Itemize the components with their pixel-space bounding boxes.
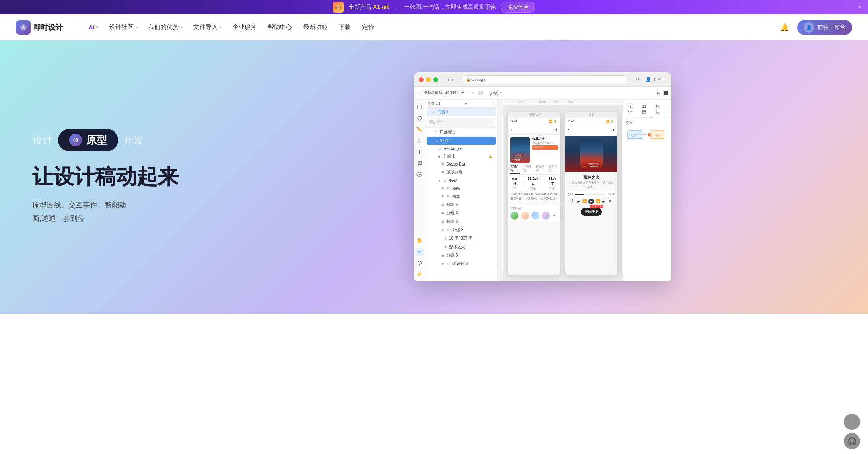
workspace-button[interactable]: 👤 前往工作台 (797, 20, 852, 35)
phone1-desc-text: 夏初时分，小镇居民、大人们的生活... (510, 197, 558, 201)
nav-item-advantages[interactable]: 我们的优势 ▾ (144, 20, 187, 34)
layer-fen-zu6c[interactable]: ⊞ 分组 6 (427, 218, 496, 226)
nav-item-ai[interactable]: Ai ▾ (84, 21, 103, 34)
panel-tab-design[interactable]: 设计 (626, 102, 638, 117)
window-forward-icon[interactable]: › (451, 76, 453, 83)
logo-area[interactable]: 即时设计 (16, 20, 63, 35)
logo-icon (16, 20, 31, 35)
add-page-icon[interactable]: + (465, 102, 467, 106)
panel-tab-annotate[interactable]: 标注 (653, 102, 665, 117)
tool-text[interactable]: T (415, 148, 424, 156)
nav-item-download[interactable]: 下载 (334, 20, 356, 34)
ruler-horizontal: 125.1 441.5 500 600 (498, 100, 623, 105)
layer-start-reading[interactable]: T 开始阅读 (427, 128, 496, 136)
tab-intro[interactable]: 书籍介绍 (510, 164, 520, 174)
svg-text:书架: 书架 (655, 134, 660, 137)
tool-plugin[interactable]: ⚡ (415, 270, 424, 278)
rewind-icon[interactable]: ⏪ (582, 199, 587, 203)
banner-free-trial-button[interactable]: 免费体验 (501, 2, 535, 13)
tool-comment[interactable]: 💬 (415, 171, 424, 179)
layer-shi-li[interactable]: T 10 里/ 337 里 (427, 234, 496, 242)
layer-fen-zu1[interactable]: ⊞ 分组 1 🔒 (427, 152, 496, 160)
nav-ai-chevron-icon: ▾ (96, 25, 98, 29)
layer-ban-ban[interactable]: ⊞ 版版分组 (427, 168, 496, 176)
audio-progress-bar[interactable] (575, 194, 607, 195)
layer-sen-lin[interactable]: T 森林之火 (427, 243, 496, 251)
layer-rectangle[interactable]: ▭ Rectangle (427, 145, 496, 152)
tab-works[interactable]: 作品导读 (536, 164, 545, 174)
phone2-book-cover: FIRE WRECKS A FOREST (565, 136, 617, 172)
layer-page1[interactable]: ✓ 页面 1 (427, 108, 496, 116)
hero-tabs: 设计 原型 开发 (32, 129, 225, 151)
layer-fen-zu6a[interactable]: ⊞ 分组 6 (427, 201, 496, 209)
nav-item-pricing[interactable]: 定价 (357, 20, 379, 34)
nav-item-community[interactable]: 设计社区 ▾ (105, 20, 142, 34)
menu-icon[interactable]: ☰ (417, 91, 421, 95)
phone1-book-subtitle: 最初发 火光虽小 (532, 141, 558, 145)
interaction-flow-visual: 矩形 7 书架 (626, 127, 666, 151)
window-controls (419, 77, 438, 82)
share2-icon[interactable]: ⬛ (663, 91, 668, 95)
phone2-book-title: 森林之火 (568, 175, 615, 180)
layer-fen-zu3[interactable]: ▼ ⊞ 分组 3 (427, 226, 496, 234)
banner-divider: — (394, 4, 399, 10)
next-icon[interactable]: ⏭ (602, 199, 605, 203)
forward-icon[interactable]: ⏩ (596, 199, 600, 203)
window-minimize-dot[interactable] (426, 77, 431, 82)
refresh-icon[interactable]: ↻ (636, 77, 639, 82)
window-titlebar: ‹ › 🔒 js.design ↻ 👤 ⬆ + ⋯ (414, 72, 671, 87)
tool-triangle[interactable]: △ (415, 137, 424, 145)
play-button[interactable]: ▶ (588, 199, 594, 204)
panel-tab-proto[interactable]: 原型 (640, 102, 652, 117)
tool-circle[interactable] (415, 114, 424, 122)
tab-reviews[interactable]: 全部评论 (549, 164, 558, 174)
layer-shu-jia[interactable]: ▼ ⊞ 书架 (427, 177, 496, 185)
size-badge: 118×38 (590, 205, 603, 208)
nav-ai-label: Ai (88, 24, 95, 31)
read-button[interactable]: 开始阅读 (581, 208, 602, 216)
friend-avatar-4 (542, 212, 550, 220)
tool-image[interactable]: 🖼 (415, 159, 424, 167)
nav-item-help[interactable]: 帮助中心 (263, 20, 297, 34)
sidebar-tools: ✏️ △ T 🖼 💬 🖐 (414, 100, 425, 281)
lock-icon: 🔒 (466, 78, 471, 82)
window-back-icon[interactable]: ‹ (448, 76, 450, 83)
tab-author[interactable]: 作者主页 (523, 164, 533, 174)
file-name: 书籍阅读类小程序设计 ✦ (424, 90, 465, 96)
layers-panel: 页数：1 + ⋮ ✓ 页面 1 🔍 搜索 (425, 100, 498, 281)
tool-proto[interactable] (415, 248, 424, 256)
phone3-section-label: 文字内容 (622, 112, 623, 118)
layer-rect7[interactable]: ⬡ 矩形 7 (427, 137, 496, 145)
friend-avatar-2 (521, 212, 529, 220)
tool-layers[interactable] (415, 259, 424, 267)
frame-icon[interactable]: ⬜ (478, 91, 483, 95)
panel-expand-icon[interactable]: + (667, 102, 669, 117)
layer-jing-xuan[interactable]: ▼ ⊞ 精选 (427, 192, 496, 200)
banner-close-icon[interactable]: × (858, 4, 862, 11)
notification-bell-icon[interactable]: 🔔 (778, 21, 791, 34)
panel-tabs: 设计 原型 标注 + (626, 102, 669, 118)
window-maximize-dot[interactable] (433, 77, 438, 82)
zoom-control[interactable]: 67% + (490, 91, 502, 96)
layer-jia-zu[interactable]: ▼ ⊞ 家庭分组 (427, 260, 496, 268)
tool-frame[interactable] (415, 103, 424, 111)
prev-icon[interactable]: ⏮ (577, 199, 581, 203)
nav-item-enterprise[interactable]: 企业服务 (228, 20, 261, 34)
friend-avatar-1 (510, 212, 518, 220)
more-pages-icon[interactable]: ⋮ (491, 102, 495, 106)
layer-fen-zu5[interactable]: ⊞ 分组 5 (427, 251, 496, 259)
nav-item-features[interactable]: 最新功能 (298, 20, 332, 34)
cursor-icon[interactable]: ↖ (471, 91, 475, 95)
layer-search[interactable]: 🔍 搜索 (428, 118, 495, 126)
nav-item-import[interactable]: 文件导入 ▾ (189, 20, 226, 34)
window-canvas: 125.1 441.5 500 600 书籍介绍 9:41 (498, 100, 623, 281)
layer-fen-zu6b[interactable]: ⊞ 分组 6 (427, 209, 496, 217)
phone3-status-bar: 9:41 📶 🔋 (622, 118, 623, 125)
phone2-status-bar: 9:41 📶 🔋 (565, 118, 617, 125)
window-close-dot[interactable] (419, 77, 424, 82)
tool-hand[interactable]: 🖐 (415, 236, 424, 244)
layer-status-bar[interactable]: ⊞ Status Bar (427, 161, 496, 168)
preview-icon[interactable]: ▶ (657, 91, 660, 95)
layer-new[interactable]: ▼ ⊞ New (427, 185, 496, 192)
tool-pen[interactable]: ✏️ (415, 125, 424, 134)
